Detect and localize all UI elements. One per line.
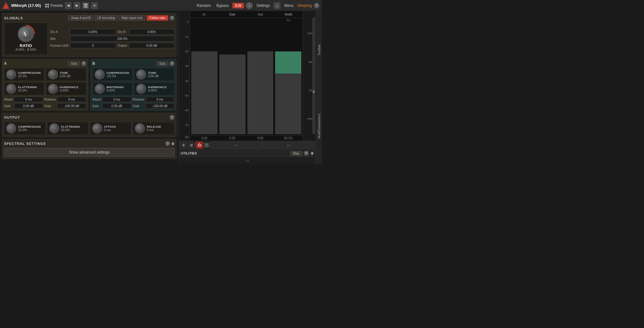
section-b-harmonics-knob[interactable] (136, 84, 146, 94)
utilities-title: UTILITIES (181, 151, 289, 155)
follow-ratio-button[interactable]: Follow ratio (147, 15, 168, 21)
dry-a-value[interactable]: 0.00% (70, 29, 116, 35)
inv-label: inv (274, 18, 303, 22)
bar-col-in (191, 24, 217, 134)
meter-bottom: ⏸ ⊞ ⏻ ? ‹ › ‹ › (179, 140, 316, 150)
show-advanced-button[interactable]: Show advanced settings (4, 148, 174, 157)
section-b-help[interactable]: ? (169, 61, 174, 66)
settings-button[interactable]: Settings (255, 3, 272, 8)
output-attack-knob[interactable] (92, 123, 102, 133)
formant-value[interactable]: 0 (70, 43, 116, 48)
multiparams-label[interactable]: MultiParameters (316, 88, 322, 164)
globals-help-button[interactable]: ? (169, 16, 174, 21)
svg-rect-3 (47, 6, 49, 7)
ratio-knob[interactable] (18, 26, 34, 42)
add-preset-button[interactable]: + (91, 2, 98, 9)
pause-button[interactable]: ⏸ (180, 142, 187, 149)
attack-value-b[interactable]: 0 ms (102, 97, 131, 102)
spectral-title: SPECTRAL SETTINGS (4, 142, 46, 145)
section-a-solo-button[interactable]: Solo (68, 61, 80, 66)
wet-label: Wet (50, 37, 68, 40)
meter-bottom-buttons: ⏸ ⊞ ⏻ ? ‹ › ‹ › (179, 141, 316, 150)
side-value: 0.00 (219, 136, 246, 140)
arrow-down-icon (171, 144, 174, 145)
output-release: RELEASE 0 ms (133, 122, 174, 135)
swap-ab-button[interactable]: Swap A and B (68, 15, 93, 21)
gate-value-b[interactable]: -100.00 dB (145, 103, 175, 109)
width-value: 34.1% (275, 136, 301, 140)
output-compression: COMPRESSION 25.0% (4, 122, 46, 135)
section-b-whitening-knob[interactable] (95, 84, 105, 94)
gate-value-a[interactable]: -100.00 dB (57, 103, 86, 109)
tone-label: TONE (60, 71, 84, 74)
section-b-solo-button[interactable]: Solo (156, 61, 168, 66)
output-help[interactable]: ? (169, 115, 174, 120)
section-b: B Solo ? COMPRESSION -25.0% (90, 59, 177, 111)
section-a-help[interactable]: ? (81, 61, 86, 66)
meter-main: 0 -10 -20 -30 -40 -50 -60 -70 -80 (179, 11, 316, 164)
output-value[interactable]: 0.00 dB (129, 43, 174, 48)
release-label-a: Release (44, 98, 56, 101)
section-a-tone-knob[interactable] (48, 69, 58, 79)
output-section: OUTPUT ? COMPRESSION 25.0% FLATTENING 50… (2, 113, 177, 137)
toolbar-label[interactable]: Toolbar (316, 11, 322, 88)
lr-encoding-button[interactable]: LR encoding (94, 15, 117, 21)
tone-value: 0.00 dB (60, 74, 84, 78)
utilities-nav[interactable]: ‹ › (179, 157, 316, 164)
side-header: Side (218, 11, 246, 18)
info-button[interactable]: i (246, 2, 253, 9)
presets-label[interactable]: Presets (50, 3, 63, 8)
expand-arrows[interactable] (171, 142, 174, 145)
nav-right-button[interactable]: ‹ › (263, 142, 315, 149)
release-value-b[interactable]: 0 ms (145, 97, 175, 102)
util-arrow-down (311, 154, 314, 155)
bypass-button[interactable]: Bypass (215, 3, 231, 8)
gain-value-b[interactable]: 0.00 dB (102, 103, 131, 109)
release-value-a[interactable]: 0 ms (57, 97, 86, 102)
grid-button[interactable]: ⊞ (188, 142, 195, 149)
section-a-flattening-knob[interactable] (6, 84, 16, 94)
menu-button[interactable]: Menu (282, 3, 295, 8)
spectral-header: SPECTRAL SETTINGS ? (4, 141, 174, 146)
prev-preset-button[interactable]: ◀ (65, 2, 72, 9)
meter-area: 0 -10 -20 -30 -40 -50 -60 -70 -80 (179, 11, 316, 140)
formant-label: Formant shift (50, 44, 68, 47)
main-layout: GLOBALS Swap A and B LR encoding Main in… (0, 11, 322, 164)
section-b-knobs: COMPRESSION -25.0% TONE 0.00 dB (93, 68, 175, 95)
section-b-compression-knob[interactable] (95, 69, 105, 79)
topbar: MMorph (17.00) Presets ◀ ▶ + Random Bypa… (0, 0, 322, 11)
meter-help-button[interactable]: ? (204, 143, 209, 148)
save-icon (83, 3, 88, 8)
edit-button[interactable]: Edit (232, 3, 244, 8)
output-release-knob[interactable] (135, 123, 145, 133)
random-button[interactable]: Random (195, 3, 212, 8)
help-button[interactable]: ? (314, 3, 319, 8)
save-preset-button[interactable] (82, 2, 89, 9)
dry-b-value[interactable]: 0.00% (129, 29, 174, 35)
section-a-label: A (4, 61, 7, 66)
output-flattening-knob[interactable] (49, 123, 59, 133)
ab-layout: A Solo ? COMPRESSION 25.0% (2, 59, 177, 111)
utilities-help[interactable]: ? (304, 151, 309, 156)
output-compression-knob[interactable] (6, 123, 16, 133)
next-preset-button[interactable]: ▶ (74, 2, 80, 9)
nav-left-button[interactable]: ‹ › (210, 142, 262, 149)
spectral-help[interactable]: ? (165, 141, 170, 146)
section-a-compression-knob[interactable] (6, 69, 16, 79)
power-button[interactable]: ⏻ (196, 142, 203, 149)
svg-rect-0 (45, 4, 47, 5)
output-flattening: FLATTENING 50.0% (47, 122, 89, 135)
wet-value[interactable]: 100.0% (70, 36, 174, 41)
utilities-expand[interactable] (311, 152, 314, 155)
gain-value-a[interactable]: 0.00 dB (14, 103, 43, 109)
section-b-tone-knob[interactable] (136, 69, 146, 79)
output-header: OUTPUT ? (4, 115, 174, 120)
attack-value-a[interactable]: 0 ms (14, 97, 43, 102)
map-button[interactable]: Map (290, 151, 302, 156)
home-button[interactable]: ⌂ (274, 2, 280, 9)
arrow-up-icon (171, 142, 174, 144)
meter-slider[interactable] (312, 18, 315, 134)
section-b-compression: COMPRESSION -25.0% (93, 68, 133, 81)
main-input-only-button[interactable]: Main input only (119, 15, 145, 21)
section-a-harmonics-knob[interactable] (48, 84, 58, 94)
